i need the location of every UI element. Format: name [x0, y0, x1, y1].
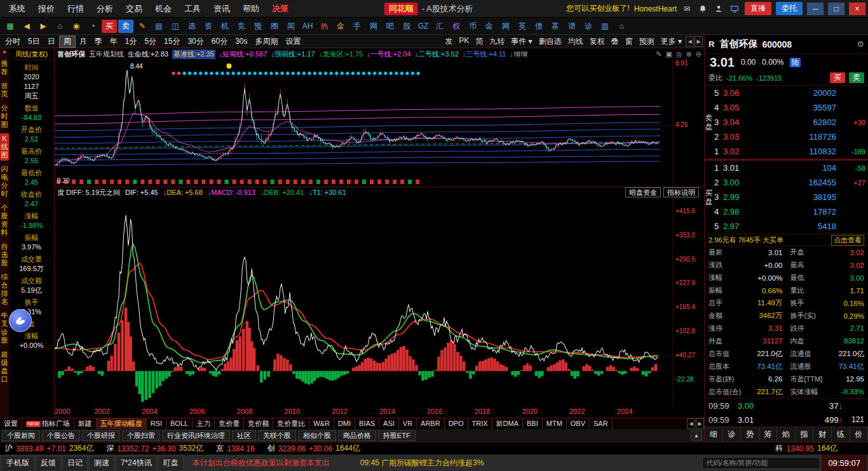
toolbar-icon-19[interactable]: 热 — [316, 20, 332, 33]
toolbar-icon-34[interactable]: 谱 — [564, 20, 580, 33]
quote-tab-练[interactable]: 练 — [832, 427, 850, 442]
period-15分[interactable]: 15分 — [160, 36, 184, 48]
buy-button[interactable]: 买 — [830, 72, 845, 83]
news-tab-个股公告[interactable]: 个股公告 — [42, 430, 80, 441]
indicator-tab-DMI[interactable]: DMI — [334, 418, 355, 429]
orderbook-row[interactable]: 32.9938195 — [713, 190, 868, 204]
promo-link[interactable]: 您可以买创业板了! — [566, 3, 629, 14]
screenshot-icon[interactable]: ▣ — [666, 50, 672, 58]
status-item-7*24快讯[interactable]: 7*24快讯 — [116, 456, 157, 470]
option-复权[interactable]: 复权 — [587, 36, 608, 47]
crosshair-icon[interactable]: ◎ — [676, 50, 682, 58]
news-tab-社区[interactable]: 社区 — [232, 430, 256, 441]
oscillator-chart[interactable] — [55, 197, 672, 406]
toolbar-icon-17[interactable]: 闻 — [283, 20, 299, 33]
toolbar-icon-18[interactable]: AH — [300, 20, 315, 33]
news-tab-个股研报[interactable]: 个股研报 — [82, 430, 120, 441]
option-叠[interactable]: 叠 — [608, 36, 622, 47]
toolbar-icon-25[interactable]: GZ — [416, 20, 431, 33]
sidebar-item-综合排名[interactable]: 综合排名 — [0, 272, 9, 307]
close-button[interactable]: × — [849, 3, 865, 15]
menu-item-帮助[interactable]: 帮助 — [236, 3, 266, 15]
status-item-反馈[interactable]: 反馈 — [36, 456, 61, 470]
indicator-tab-VR[interactable]: VR — [399, 418, 417, 429]
sidebar-item-个股资料[interactable]: 个股资料 — [0, 202, 9, 238]
indicator-tab-W&R[interactable]: W&R — [309, 418, 334, 429]
toolbar-icon-35[interactable]: 诊 — [581, 20, 596, 33]
indicator-param[interactable]: 生命线:+2.83 — [128, 50, 168, 59]
status-item-测速[interactable]: 测速 — [89, 456, 114, 470]
indicator-tab-竞价量比[interactable]: 竞价量比 — [273, 418, 309, 429]
orderbook-row[interactable]: 23.03118726 — [713, 129, 868, 144]
orderbook-row[interactable]: 13.02110832-189 — [713, 144, 868, 159]
option-PK[interactable]: PK — [456, 36, 472, 47]
orderbook-row[interactable]: 42.9817872 — [713, 204, 868, 219]
toolbar-icon-8[interactable]: ✎ — [135, 20, 150, 33]
quote-tab-势[interactable]: 势 — [741, 427, 759, 442]
period-分时[interactable]: 分时 — [1, 36, 24, 48]
option-均线[interactable]: 均线 — [565, 36, 587, 47]
menu-item-行情[interactable]: 行情 — [61, 3, 90, 15]
toolbar-icon-2[interactable]: ▶ — [36, 20, 51, 33]
news-ticker-red[interactable]: 本计划出台税收优惠政策以刺激资本支出 — [193, 458, 330, 468]
toolbar-icon-3[interactable]: ⌂ — [52, 20, 67, 33]
zoom-out-icon[interactable]: ⊖ — [696, 50, 702, 58]
orderbook-row[interactable]: 52.975418 — [713, 219, 868, 234]
option-更多 ▾[interactable]: 更多 ▾ — [658, 36, 685, 47]
toolbar-icon-37[interactable]: ⌂ — [614, 20, 629, 33]
toolbar-icon-9[interactable]: ▤ — [151, 20, 166, 33]
indicator-tab-MTM[interactable]: MTM — [543, 418, 567, 429]
scroll-left-icon[interactable]: ◀ — [686, 36, 694, 47]
indicator-tab-竞价量[interactable]: 竞价量 — [215, 418, 244, 429]
index-沪[interactable]: 沪3893.49+7.012364亿 — [5, 443, 93, 454]
period-30分[interactable]: 30分 — [184, 36, 207, 48]
indicator-tab-RSI[interactable]: RSI — [147, 418, 166, 429]
quote-tab-细[interactable]: 细 — [705, 427, 723, 442]
button-指标说明[interactable]: 指标说明 — [663, 187, 699, 197]
period-季[interactable]: 季 — [91, 36, 106, 48]
period-日[interactable]: 日 — [44, 36, 59, 48]
sell-button[interactable]: 卖 — [849, 72, 864, 83]
sidebar-item-分时图[interactable]: 分时图 — [0, 103, 9, 130]
indicator-tab-TRIX[interactable]: TRIX — [468, 418, 492, 429]
toolbar-icon-11[interactable]: 选 — [184, 20, 200, 33]
toolbar-icon-36[interactable]: ▥ — [597, 20, 613, 33]
option-事件 ▾[interactable]: 事件 ▾ — [508, 36, 535, 47]
indicator-tab-OBV[interactable]: OBV — [567, 418, 590, 429]
orderbook-row[interactable]: 23.00162455+27 — [713, 175, 868, 190]
period-设置[interactable]: 设置 — [282, 36, 305, 48]
indicator-market-button[interactable]: NEW 指标广场 — [22, 418, 74, 429]
sidebar-expander[interactable]: » — [3, 49, 6, 55]
quote-tab-诊[interactable]: 诊 — [723, 427, 742, 442]
news-ticker-yellow[interactable]: 09:45 广期所碳酸锂主力合约涨超3% — [360, 458, 484, 468]
option-九转[interactable]: 九转 — [486, 36, 508, 47]
button-暗盘资金[interactable]: 暗盘资金 — [625, 187, 661, 197]
sidebar-item-超级盘口[interactable]: 超级盘口 — [0, 349, 9, 385]
indicator-param[interactable]: 基准线:+2.35 — [172, 50, 215, 59]
toolbar-icon-14[interactable]: 竞 — [234, 20, 249, 33]
period-年[interactable]: 年 — [106, 36, 121, 48]
alert-view-link[interactable]: 点击查看 — [831, 235, 864, 246]
sidebar-item-牛叉诊股[interactable]: 牛叉诊股 — [0, 310, 9, 346]
toolbar-icon-6[interactable]: 买 — [102, 20, 117, 33]
toolbar-icon-31[interactable]: 英 — [515, 20, 530, 33]
live-button[interactable]: 直播 — [745, 2, 771, 15]
news-tab-行业资讯|环境治理[interactable]: 行业资讯|环境治理 — [162, 430, 230, 441]
menu-item-机会[interactable]: 机会 — [149, 3, 178, 15]
zoom-in-icon[interactable]: ⊕ — [686, 50, 692, 58]
period-60分[interactable]: 60分 — [208, 36, 231, 48]
mail-icon[interactable]: ✉ — [681, 4, 693, 14]
menu-item-交易[interactable]: 交易 — [119, 3, 149, 15]
news-tab-个股新闻[interactable]: 个股新闻 — [2, 430, 40, 441]
news-tab-关联个股[interactable]: 关联个股 — [258, 430, 296, 441]
sidebar-item-首页[interactable]: 首页 — [0, 81, 9, 100]
indicator-name[interactable]: 五年规划线 — [89, 50, 124, 59]
indicator-param[interactable]: ↓二号线:+3.52 — [414, 50, 458, 59]
toolbar-icon-10[interactable]: ◫ — [168, 20, 183, 33]
menu-item-报价[interactable]: 报价 — [32, 3, 61, 15]
indicator-tab-ARBR[interactable]: ARBR — [417, 418, 445, 429]
period-月[interactable]: 月 — [76, 36, 91, 48]
period-5分[interactable]: 5分 — [140, 36, 160, 48]
toolbar-icon-16[interactable]: 圈 — [267, 20, 282, 33]
toolbar-icon-12[interactable]: 资 — [201, 20, 216, 33]
